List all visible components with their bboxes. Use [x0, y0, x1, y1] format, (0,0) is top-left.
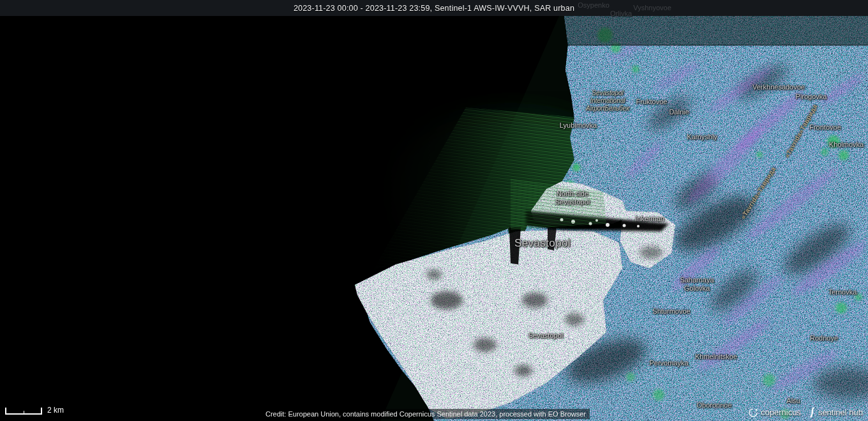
sentinelhub-bolt-icon	[809, 407, 816, 418]
watermark-logos: copernicus sentinel hub	[748, 407, 863, 418]
credit-text: Credit: European Union, contains modifie…	[262, 409, 590, 419]
copernicus-logo[interactable]: copernicus	[748, 408, 801, 418]
timestamp-bar: 2023-11-23 00:00 - 2023-11-23 23:59, Sen…	[0, 0, 868, 16]
scale-bar-label: 2 km	[47, 406, 64, 415]
scale-bar-bracket	[5, 408, 42, 415]
map-canvas[interactable]	[0, 0, 868, 421]
copernicus-label: copernicus	[761, 408, 801, 417]
sentinelhub-label: sentinel hub	[818, 408, 863, 417]
sentinelhub-logo[interactable]: sentinel hub	[809, 407, 863, 418]
sar-imagery	[0, 0, 868, 421]
scale-bar-midtick	[24, 411, 24, 413]
eo-browser-viewport: OsypenkoOrlivkaVyshnyovoeVerkhnesadovoeP…	[0, 0, 868, 421]
timestamp-label: 2023-11-23 00:00 - 2023-11-23 23:59, Sen…	[294, 4, 574, 13]
scale-bar: 2 km	[5, 406, 64, 415]
copernicus-icon	[748, 408, 758, 418]
